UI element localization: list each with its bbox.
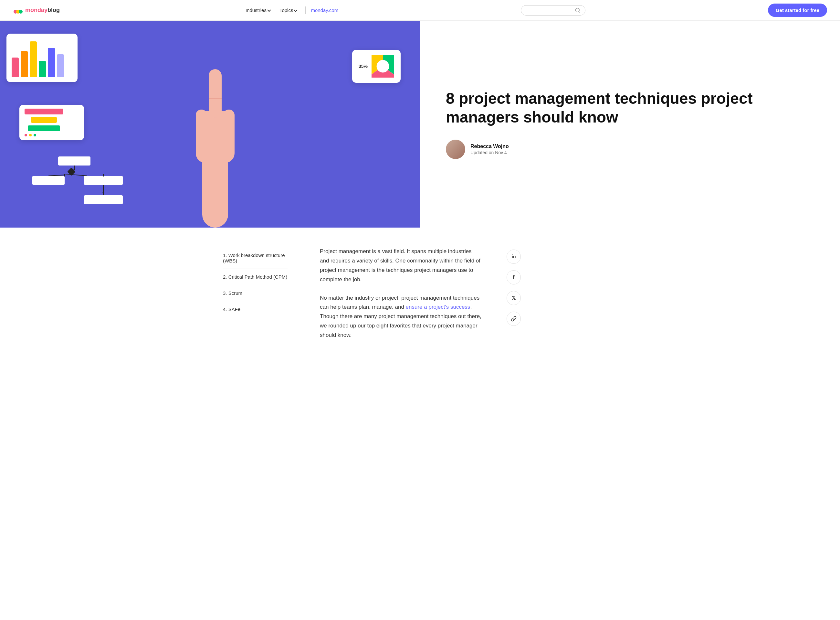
topics-nav-item[interactable]: Topics: [276, 6, 300, 15]
article-para-2: No matter the industry or project, proje…: [320, 293, 482, 340]
industries-nav-item[interactable]: Industries: [242, 6, 274, 15]
svg-rect-13: [196, 110, 207, 129]
social-sidebar: in f 𝕏: [501, 247, 526, 349]
industries-label: Industries: [246, 8, 267, 13]
flowchart-svg: [6, 150, 142, 215]
article-para-1: Project management is a vast field. It s…: [320, 247, 482, 284]
svg-rect-14: [223, 110, 234, 129]
nav-divider: [305, 6, 306, 14]
toc-item-1[interactable]: 1. Work breakdown structure (WBS): [223, 247, 288, 269]
logo-text: mondayblog: [25, 7, 60, 14]
gantt-card: [20, 105, 84, 140]
pie-label: 35%: [358, 64, 368, 69]
bar-chart-card: [6, 34, 78, 82]
author-info: Rebecca Wojno Updated on Nov 4: [470, 143, 509, 155]
para2-link[interactable]: ensure a project's success: [406, 304, 470, 310]
facebook-icon: f: [513, 274, 514, 280]
svg-line-23: [48, 175, 71, 176]
monday-link[interactable]: monday.com: [311, 8, 338, 13]
svg-rect-11: [209, 69, 222, 118]
industries-chevron-icon: [267, 8, 271, 12]
content-area: 1. Work breakdown structure (WBS) 2. Cri…: [210, 227, 630, 369]
author-avatar: [446, 140, 465, 159]
svg-line-24: [71, 175, 87, 176]
pie-chart-svg: [372, 55, 394, 78]
hero-text-block: 8 project management techniques project …: [420, 70, 840, 178]
toc-item-2[interactable]: 2. Critical Path Method (CPM): [223, 269, 288, 285]
logo-link[interactable]: mondayblog: [13, 5, 60, 15]
search-icon: [575, 8, 580, 13]
table-of-contents: 1. Work breakdown structure (WBS) 2. Cri…: [210, 247, 300, 349]
facebook-share-button[interactable]: f: [507, 270, 521, 284]
linkedin-share-button[interactable]: in: [507, 250, 521, 264]
svg-rect-17: [84, 176, 123, 185]
topics-label: Topics: [279, 8, 293, 13]
search-bar: [521, 5, 585, 15]
hand-illustration: [176, 59, 254, 227]
search-input[interactable]: [526, 8, 572, 13]
get-started-button[interactable]: Get started for free: [768, 3, 827, 17]
topics-chevron-icon: [294, 8, 297, 12]
svg-marker-26: [74, 168, 75, 170]
copy-link-button[interactable]: [507, 312, 521, 326]
svg-rect-15: [58, 157, 90, 166]
svg-marker-27: [102, 192, 104, 194]
nav-links: Industries Topics monday.com: [242, 6, 338, 15]
navbar: mondayblog Industries Topics monday.com …: [0, 0, 840, 21]
svg-line-4: [579, 11, 580, 12]
twitter-icon: 𝕏: [512, 295, 516, 301]
toc-item-3[interactable]: 3. Scrum: [223, 285, 288, 301]
svg-point-8: [377, 60, 389, 73]
toc-item-4[interactable]: 4. SAFe: [223, 301, 288, 317]
author-date: Updated on Nov 4: [470, 150, 509, 155]
author-block: Rebecca Wojno Updated on Nov 4: [446, 140, 814, 159]
article-title: 8 project management techniques project …: [446, 89, 814, 126]
svg-point-2: [19, 10, 22, 14]
svg-rect-18: [84, 195, 123, 204]
pie-chart-card: 35%: [352, 50, 400, 83]
hero-section: 35%: [0, 21, 840, 227]
linkedin-icon: in: [512, 254, 516, 260]
hero-illustration: 35%: [0, 21, 420, 227]
author-name: Rebecca Wojno: [470, 143, 509, 149]
twitter-share-button[interactable]: 𝕏: [507, 291, 521, 305]
article-body: Project management is a vast field. It s…: [300, 247, 501, 349]
svg-rect-16: [32, 176, 64, 185]
link-icon: [511, 316, 517, 322]
svg-point-3: [575, 8, 579, 12]
